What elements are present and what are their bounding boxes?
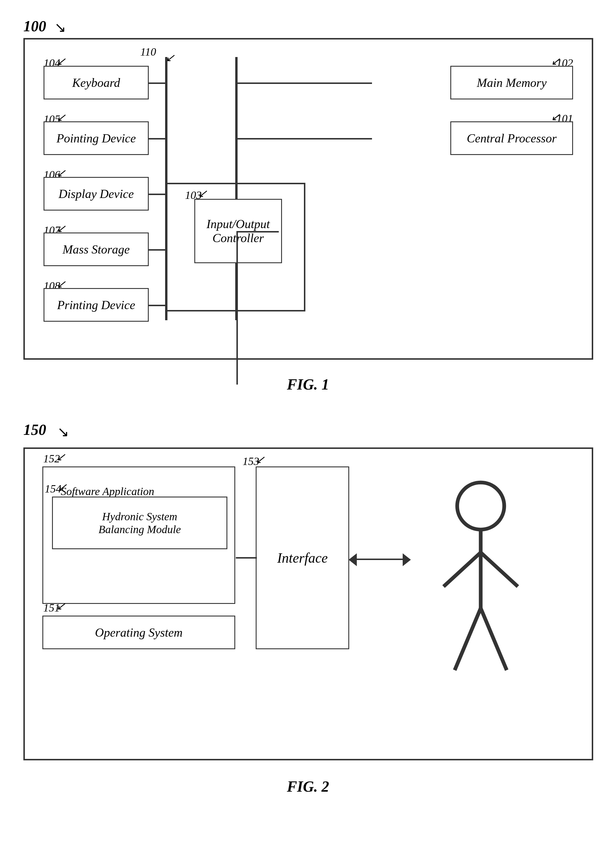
main-memory-box: Main Memory — [450, 66, 573, 99]
central-processor-box: Central Processor — [450, 121, 573, 155]
printing-device-box: Printing Device — [44, 288, 149, 322]
ref-103-arrow: ↙ — [198, 187, 207, 200]
arrow-line — [351, 559, 405, 560]
printing-device-label: Printing Device — [57, 298, 135, 312]
fig1-arrow-icon: ↘ — [54, 19, 66, 35]
display-device-box: Display Device — [44, 177, 149, 210]
ref-154-arrow: ↙ — [57, 481, 67, 493]
mass-storage-label: Mass Storage — [63, 243, 130, 256]
keyboard-label: Keyboard — [72, 76, 120, 90]
pointing-device-box: Pointing Device — [44, 121, 149, 155]
fig2-diagram-label: 150 — [23, 421, 46, 438]
ref-153-arrow: ↙ — [255, 453, 265, 466]
ref-110: 110 — [140, 45, 156, 58]
mass-storage-hline — [149, 249, 166, 251]
software-app-outer-box: 152 ↙ Software Application 154 ↙ Hydroni… — [43, 466, 235, 604]
display-device-label: Display Device — [59, 187, 134, 201]
svg-line-4 — [455, 608, 481, 670]
keyboard-box: Keyboard — [44, 66, 149, 99]
operating-system-box: 151 ↙ Operating System — [43, 616, 235, 649]
printing-hline — [149, 305, 166, 306]
fig2-arrow-icon: ↘ — [57, 423, 69, 440]
pointing-device-label: Pointing Device — [56, 131, 136, 146]
hydronic-label: Hydronic SystemBalancing Module — [98, 510, 181, 536]
arrow-head-right — [403, 553, 411, 566]
fig2-outer-box: 153 ↙ 152 ↙ Software Application 154 ↙ H… — [23, 447, 593, 760]
svg-line-5 — [481, 608, 507, 670]
pointing-hline — [149, 138, 166, 140]
io-vline-down — [236, 320, 238, 385]
hydronic-module-box: 154 ↙ Hydronic SystemBalancing Module — [52, 497, 227, 549]
io-hline — [237, 231, 279, 232]
ref-152-arrow: ↙ — [56, 450, 66, 463]
left-bus-bar — [165, 57, 167, 320]
arrow-head-left — [349, 553, 357, 566]
fig1-diagram-label: 100 — [23, 18, 46, 35]
software-app-label: Software Application — [61, 485, 154, 498]
keyboard-hline — [149, 82, 166, 84]
svg-line-3 — [481, 553, 518, 586]
svg-line-2 — [444, 553, 481, 586]
fig1-outer-box: 110 ↙ 104 ↙ Keyboard 105 ↙ Pointing Devi… — [23, 38, 593, 360]
ref-151-arrow: ↙ — [56, 600, 66, 612]
interface-box: Interface — [256, 466, 349, 649]
central-processor-hline — [238, 138, 372, 140]
fig1-caption: FIG. 1 — [0, 376, 616, 393]
svg-point-0 — [457, 482, 505, 529]
operating-system-label: Operating System — [95, 626, 183, 640]
main-memory-label: Main Memory — [477, 76, 546, 90]
central-processor-label: Central Processor — [467, 131, 557, 146]
interface-label: Interface — [277, 550, 328, 566]
mass-storage-box: Mass Storage — [44, 232, 149, 266]
main-memory-hline — [238, 82, 372, 84]
io-vline-up — [236, 231, 238, 322]
display-hline — [149, 194, 166, 195]
sw-to-interface-hline — [236, 557, 257, 559]
person-figure — [411, 478, 551, 689]
fig2-caption: FIG. 2 — [0, 778, 616, 795]
